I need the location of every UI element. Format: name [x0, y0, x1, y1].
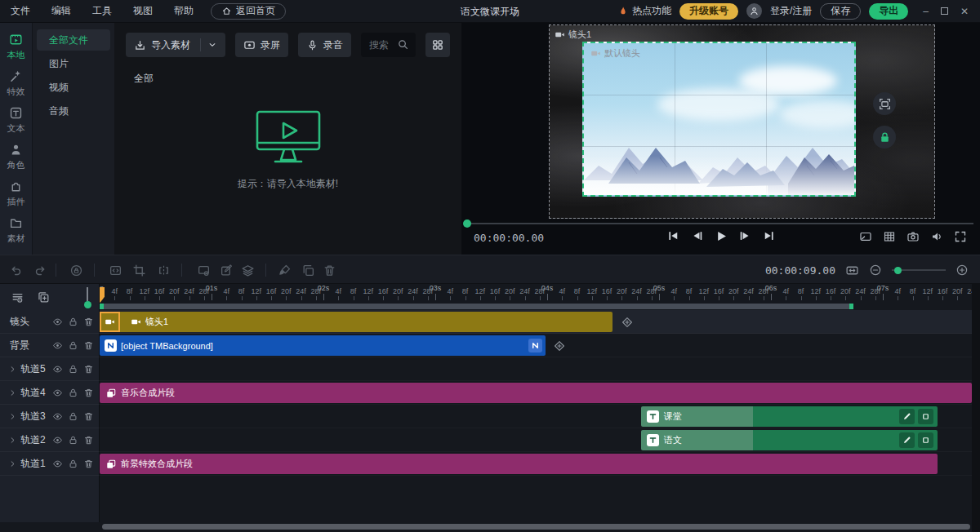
track-header-4[interactable]: 轨道4: [0, 381, 100, 405]
lock-icon[interactable]: [68, 317, 78, 327]
lock-icon[interactable]: [68, 459, 78, 469]
sidebar-item-effects[interactable]: 特效: [0, 67, 32, 104]
clip-edit-pen-button[interactable]: [899, 432, 915, 448]
track-header-3[interactable]: 轨道3: [0, 405, 100, 428]
chevron-right-icon[interactable]: [8, 412, 17, 421]
menu-tools[interactable]: 工具: [82, 4, 122, 18]
track-header-1[interactable]: 轨道1: [0, 452, 100, 476]
crop-button[interactable]: [132, 264, 146, 277]
skip-to-start-button[interactable]: [666, 228, 680, 243]
clip-foreground-composite[interactable]: 前景特效合成片段: [100, 454, 938, 474]
zoom-out-button[interactable]: [869, 264, 882, 277]
timeline-horizontal-scrollbar[interactable]: [102, 524, 970, 530]
timeline-zoom-slider[interactable]: [892, 264, 946, 276]
menu-help[interactable]: 帮助: [163, 4, 204, 18]
preview-progress-handle[interactable]: [463, 219, 471, 228]
format-brush-button[interactable]: [278, 264, 292, 277]
code-box-button[interactable]: [109, 264, 122, 277]
menu-edit[interactable]: 编辑: [41, 4, 82, 18]
clip-frame-button[interactable]: [918, 409, 933, 424]
import-material-button[interactable]: 导入素材: [126, 33, 225, 57]
minimize-button[interactable]: –: [923, 6, 929, 17]
clip-music-composite[interactable]: 音乐合成片段: [100, 383, 972, 403]
menu-file[interactable]: 文件: [0, 4, 41, 18]
chevron-down-icon[interactable]: [207, 40, 217, 50]
trash-icon[interactable]: [83, 459, 94, 469]
lock-icon[interactable]: [68, 411, 78, 422]
range-handle-left[interactable]: [100, 304, 104, 309]
track-manager-button[interactable]: [11, 290, 24, 304]
clip-camera-selection-box[interactable]: [100, 312, 120, 332]
zoom-in-button[interactable]: [956, 264, 969, 277]
sidebar-item-plugins[interactable]: 插件: [0, 177, 32, 214]
play-button[interactable]: [713, 228, 728, 244]
delete-button[interactable]: [323, 264, 336, 277]
eye-icon[interactable]: [52, 388, 63, 398]
filter-all-files[interactable]: 全部文件: [37, 29, 110, 51]
add-keyframe-button-background[interactable]: [549, 335, 569, 356]
clip-camera[interactable]: 镜头1: [100, 312, 612, 332]
trash-icon[interactable]: [83, 340, 94, 351]
close-button[interactable]: ✕: [960, 6, 969, 17]
range-handle-right[interactable]: [849, 304, 853, 309]
edit-element-button[interactable]: [220, 264, 234, 277]
menu-view[interactable]: 视图: [122, 4, 163, 18]
grid-overlay-button[interactable]: [883, 230, 896, 243]
chevron-right-icon[interactable]: [8, 388, 17, 397]
sidebar-item-assets[interactable]: 素材: [0, 214, 32, 250]
previous-frame-button[interactable]: [689, 228, 704, 243]
background-object-badge[interactable]: [528, 339, 542, 352]
undo-button[interactable]: [9, 264, 23, 277]
add-keyframe-button-camera[interactable]: [617, 312, 637, 332]
skip-to-end-button[interactable]: [761, 228, 776, 243]
trash-icon[interactable]: [83, 411, 94, 422]
timeline-cursor-dot[interactable]: [84, 301, 91, 308]
select-visible-button[interactable]: [197, 264, 211, 277]
eye-icon[interactable]: [52, 317, 63, 327]
clip-text-chinese[interactable]: 语文: [641, 430, 938, 450]
camera-frame[interactable]: 镜头1: [549, 24, 935, 219]
trash-icon[interactable]: [83, 388, 94, 398]
redo-button[interactable]: [33, 264, 47, 277]
eye-icon[interactable]: [52, 411, 63, 422]
lock-canvas-button[interactable]: [873, 126, 896, 149]
next-frame-button[interactable]: [737, 228, 752, 243]
copy-button[interactable]: [301, 264, 315, 277]
clip-frame-button[interactable]: [918, 432, 933, 448]
canvas-display-button[interactable]: [859, 230, 872, 243]
hot-features-button[interactable]: 热点功能: [617, 4, 671, 18]
zoom-slider-handle[interactable]: [894, 267, 902, 274]
record-screen-button[interactable]: 录屏: [235, 33, 288, 57]
user-avatar-icon[interactable]: [746, 3, 762, 19]
sidebar-item-local[interactable]: 本地: [0, 30, 32, 67]
clip-edit-pen-button[interactable]: [899, 409, 915, 424]
lock-icon[interactable]: [68, 388, 78, 398]
volume-button[interactable]: [930, 230, 943, 243]
trash-icon[interactable]: [83, 364, 94, 375]
fullscreen-button[interactable]: [954, 230, 967, 243]
login-register-link[interactable]: 登录/注册: [770, 4, 812, 18]
duplicate-track-button[interactable]: [37, 290, 51, 304]
track-header-background[interactable]: 背景: [0, 334, 100, 357]
eye-icon[interactable]: [52, 364, 63, 375]
filter-videos[interactable]: 视频: [37, 77, 110, 98]
track-header-5[interactable]: 轨道5: [0, 357, 100, 381]
upgrade-account-button[interactable]: 升级账号: [679, 3, 738, 20]
grid-view-button[interactable]: [425, 33, 450, 57]
eye-icon[interactable]: [52, 340, 63, 351]
sidebar-item-character[interactable]: 角色: [0, 140, 32, 177]
filter-images[interactable]: 图片: [37, 53, 110, 74]
chevron-right-icon[interactable]: [8, 436, 17, 445]
export-button[interactable]: 导出: [869, 3, 908, 20]
save-button[interactable]: 保存: [820, 3, 861, 20]
snapshot-button[interactable]: [906, 230, 920, 243]
track-header-2[interactable]: 轨道2: [0, 428, 100, 452]
lock-icon[interactable]: [68, 340, 78, 351]
layers-button[interactable]: [241, 264, 255, 277]
record-audio-button[interactable]: 录音: [298, 33, 351, 57]
clip-background[interactable]: [object TMBackground]: [100, 335, 546, 356]
default-camera-selection[interactable]: 默认镜头: [582, 42, 856, 197]
fit-timeline-button[interactable]: [845, 264, 859, 277]
search-icon[interactable]: [397, 38, 409, 51]
sidebar-item-text[interactable]: 文本: [0, 104, 32, 140]
